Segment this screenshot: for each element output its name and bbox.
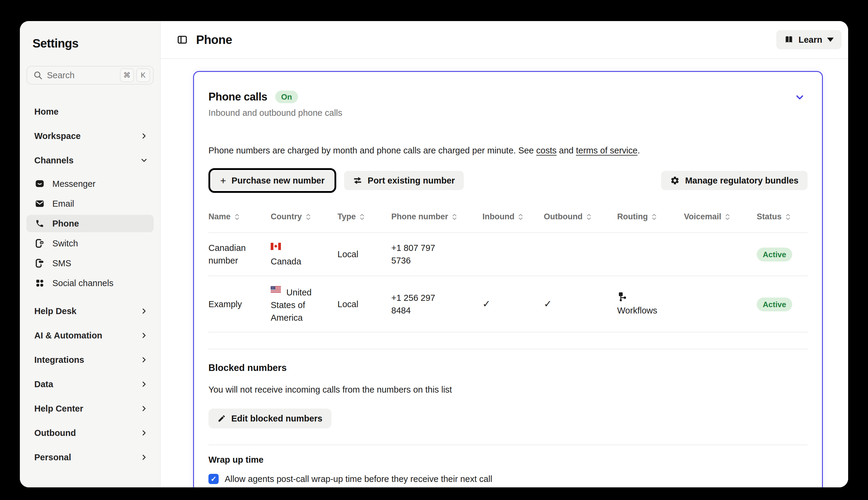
column-header-type[interactable]: Type <box>337 212 391 221</box>
search-placeholder: Search <box>47 70 120 80</box>
sidebar-item-switch[interactable]: Switch <box>26 235 154 252</box>
cell-phone-number: +1 807 797 5736 <box>391 241 483 267</box>
active-status-badge: Active <box>757 297 792 311</box>
app-window: Settings Search ⌘ K Home Workspace Chann… <box>20 21 848 487</box>
chevron-right-icon <box>140 453 148 462</box>
table-header-row: Name Country Type Phone number Inbound O… <box>208 210 808 233</box>
settings-title: Settings <box>33 37 154 50</box>
email-icon <box>34 198 45 209</box>
number-actions-row: + Purchase new number Port existing numb… <box>208 168 808 193</box>
sort-icon <box>725 213 730 221</box>
cell-status: Active <box>757 248 808 261</box>
sort-icon <box>234 213 240 221</box>
card-header: Phone calls On <box>208 91 808 103</box>
blocked-numbers-description: You will not receive incoming calls from… <box>208 385 808 395</box>
main-panel: Phone Learn Phone calls On Inbound and o… <box>161 21 848 487</box>
table-row[interactable]: Canadian number Canada Local +1 807 797 … <box>208 233 808 276</box>
phone-settings-content: Phone calls On Inbound and outbound phon… <box>161 59 848 487</box>
sidebar-item-integrations[interactable]: Integrations <box>26 350 154 370</box>
canada-flag-icon <box>271 241 326 253</box>
sidebar-item-channels[interactable]: Channels <box>26 151 154 170</box>
column-header-outbound[interactable]: Outbound <box>544 212 617 221</box>
cell-phone-number: +1 256 297 8484 <box>391 292 483 317</box>
plus-icon: + <box>220 175 226 186</box>
active-status-badge: Active <box>757 248 792 261</box>
cell-name: Canadian number <box>208 241 271 267</box>
phone-icon <box>34 218 45 229</box>
chevron-right-icon <box>140 132 148 140</box>
column-header-phone-number[interactable]: Phone number <box>391 212 483 221</box>
cell-type: Local <box>337 298 391 310</box>
sidebar-item-messenger[interactable]: Messenger <box>26 175 154 193</box>
section-divider <box>208 445 808 445</box>
cell-routing: Workflows <box>617 292 684 317</box>
column-header-name[interactable]: Name <box>208 212 271 221</box>
book-icon <box>784 35 794 45</box>
costs-link[interactable]: costs <box>536 146 557 155</box>
port-arrows-icon <box>353 176 362 185</box>
chevron-right-icon <box>140 307 148 315</box>
sidebar-item-phone[interactable]: Phone <box>26 215 154 232</box>
sidebar-item-outbound[interactable]: Outbound <box>26 423 154 443</box>
sidebar-item-help-center[interactable]: Help Center <box>26 399 154 418</box>
chevron-right-icon <box>140 429 148 437</box>
card-title: Phone calls <box>208 91 267 103</box>
chevron-right-icon <box>140 331 148 340</box>
purchase-new-number-button[interactable]: + Purchase new number <box>211 171 334 190</box>
settings-sidebar: Settings Search ⌘ K Home Workspace Chann… <box>20 21 161 487</box>
page-heading: Phone <box>196 33 232 47</box>
sidebar-item-personal[interactable]: Personal <box>26 448 154 467</box>
chevron-right-icon <box>140 355 148 364</box>
k-key: K <box>136 68 150 82</box>
collapse-chevron-icon[interactable] <box>794 92 805 103</box>
cell-country: United States of America <box>271 284 337 324</box>
sort-icon <box>785 213 791 221</box>
cmd-key: ⌘ <box>120 68 134 82</box>
dropdown-caret-icon <box>827 38 834 42</box>
sidebar-item-email[interactable]: Email <box>26 195 154 212</box>
manage-regulatory-bundles-button[interactable]: Manage regulatory bundles <box>661 171 808 190</box>
sidebar-item-ai-automation[interactable]: AI & Automation <box>26 326 154 345</box>
cell-outbound: ✓ <box>544 297 617 311</box>
sidebar-toggle-icon[interactable] <box>175 33 189 47</box>
chevron-down-icon <box>140 156 148 164</box>
sidebar-item-home[interactable]: Home <box>26 102 154 121</box>
wrap-up-checkbox[interactable]: ✓ <box>208 474 219 484</box>
edit-blocked-numbers-button[interactable]: Edit blocked numbers <box>208 409 332 428</box>
phone-numbers-table: Name Country Type Phone number Inbound O… <box>208 210 808 332</box>
sidebar-item-help-desk[interactable]: Help Desk <box>26 302 154 321</box>
terms-of-service-link[interactable]: terms of service <box>576 146 638 155</box>
cell-country: Canada <box>271 241 337 268</box>
sort-icon <box>518 213 523 221</box>
cell-type: Local <box>337 248 391 261</box>
port-existing-number-button[interactable]: Port existing number <box>344 171 464 190</box>
social-channels-icon <box>34 278 45 288</box>
column-header-country[interactable]: Country <box>271 212 337 221</box>
sidebar-item-workspace[interactable]: Workspace <box>26 126 154 146</box>
column-header-routing[interactable]: Routing <box>617 212 684 221</box>
chevron-right-icon <box>140 380 148 388</box>
wrap-up-checkbox-row: ✓ Allow agents post-call wrap-up time be… <box>208 474 808 484</box>
phone-calls-card: Phone calls On Inbound and outbound phon… <box>193 71 823 487</box>
search-icon <box>33 70 43 80</box>
cell-status: Active <box>757 298 808 310</box>
sms-icon <box>34 258 45 269</box>
cell-inbound: ✓ <box>483 297 544 311</box>
switch-icon <box>34 238 45 249</box>
blocked-numbers-section: Blocked numbers You will not receive inc… <box>208 363 808 428</box>
sidebar-item-sms[interactable]: SMS <box>26 254 154 272</box>
search-input[interactable]: Search ⌘ K <box>26 66 154 84</box>
column-header-status[interactable]: Status <box>757 212 808 221</box>
table-row[interactable]: Examply United States of America Local +… <box>208 276 808 332</box>
billing-description: Phone numbers are charged by month and p… <box>208 146 808 156</box>
learn-button[interactable]: Learn <box>776 30 842 49</box>
sort-icon <box>452 213 457 221</box>
sidebar-item-data[interactable]: Data <box>26 375 154 394</box>
column-header-voicemail[interactable]: Voicemail <box>684 212 757 221</box>
sort-icon <box>586 213 592 221</box>
blocked-numbers-title: Blocked numbers <box>208 363 808 373</box>
gear-icon <box>670 176 680 185</box>
section-divider <box>208 349 808 349</box>
sidebar-item-social-channels[interactable]: Social channels <box>26 274 154 292</box>
column-header-inbound[interactable]: Inbound <box>483 212 544 221</box>
